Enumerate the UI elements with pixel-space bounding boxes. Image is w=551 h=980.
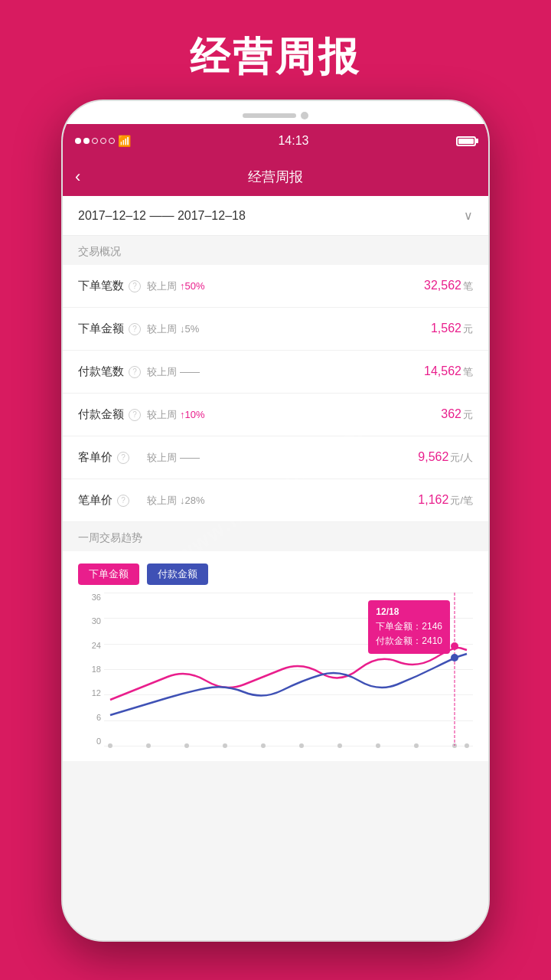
chevron-down-icon: ∨ (464, 208, 473, 223)
y-label: 30 (78, 616, 101, 626)
metrics-container: 下单笔数 ? 较上周 ↑50% 32,562笔 下单金额 ? 较上周 ↓5% 1… (63, 265, 488, 522)
phone-top (63, 101, 488, 124)
signal-dot-1 (75, 138, 81, 144)
trend-section-header: 一周交易趋势 (63, 522, 488, 551)
date-selector[interactable]: 2017–12–12 —— 2017–12–18 ∨ (63, 196, 488, 236)
info-icon-1[interactable]: ? (129, 323, 141, 335)
info-icon-3[interactable]: ? (129, 409, 141, 421)
signal-dot-4 (100, 138, 106, 144)
x-axis-dot (108, 743, 112, 748)
signal-dots (75, 138, 115, 144)
y-label: 12 (78, 688, 101, 697)
metric-label-0: 下单笔数 ? (78, 279, 147, 293)
metric-value-0: 32,562笔 (424, 279, 473, 293)
y-label: 18 (78, 665, 101, 674)
metric-value-3: 362元 (441, 407, 473, 422)
x-axis-dot (376, 743, 380, 748)
metric-compare-1: 较上周 ↓5% (147, 322, 431, 336)
phone-speaker (243, 113, 296, 118)
signal-dot-3 (92, 138, 98, 144)
x-axis-dot (414, 743, 419, 748)
metric-value-5: 1,162元/笔 (418, 493, 473, 508)
status-left: 📶 (75, 135, 131, 147)
status-bar: 📶 14:13 (63, 124, 488, 158)
metric-label-1: 下单金额 ? (78, 322, 147, 336)
metric-label-4: 客单价 ? (78, 450, 147, 465)
order-amount-line (110, 648, 467, 700)
y-label: 24 (78, 641, 101, 650)
battery-fill (458, 139, 474, 144)
metric-compare-5: 较上周 ↓28% (147, 494, 418, 508)
metric-compare-4: 较上周 —— (147, 451, 418, 465)
x-axis-dot (261, 743, 266, 748)
background-title: 经营周报 (0, 0, 551, 84)
overview-section-header: 交易概况 (63, 236, 488, 265)
nav-title: 经营周报 (248, 168, 303, 186)
phone-frame: 📶 14:13 ‹ 经营周报 2017–12–12 —— 2017–12–18 … (61, 100, 490, 942)
signal-dot-5 (109, 138, 115, 144)
chart-svg (104, 593, 473, 746)
metric-row-1: 下单金额 ? 较上周 ↓5% 1,562元 (63, 308, 488, 351)
metric-label-3: 付款金额 ? (78, 407, 147, 422)
chart-section: 下单金额 付款金额 363024181260 12/18下单金额：2146付款金… (63, 551, 488, 761)
x-axis-dot (146, 743, 151, 748)
battery-icon (456, 136, 476, 146)
payment-amount-line (110, 654, 467, 715)
status-time: 14:13 (278, 134, 308, 148)
metric-row-0: 下单笔数 ? 较上周 ↑50% 32,562笔 (63, 265, 488, 308)
metric-value-2: 14,562笔 (424, 364, 473, 379)
chart-tab-order-amount[interactable]: 下单金额 (78, 564, 139, 585)
phone-mockup: 📶 14:13 ‹ 经营周报 2017–12–12 —— 2017–12–18 … (61, 100, 490, 942)
y-label: 6 (78, 713, 101, 722)
metric-compare-2: 较上周 —— (147, 365, 424, 379)
date-range-text: 2017–12–12 —— 2017–12–18 (78, 209, 246, 223)
metric-row-3: 付款金额 ? 较上周 ↑10% 362元 (63, 394, 488, 436)
y-label: 36 (78, 593, 101, 602)
metric-value-4: 9,562元/人 (418, 450, 473, 465)
y-axis: 363024181260 (78, 593, 101, 746)
metric-compare-0: 较上周 ↑50% (147, 279, 424, 293)
blue-tooltip-dot (451, 654, 458, 662)
metric-row-2: 付款笔数 ? 较上周 —— 14,562笔 (63, 351, 488, 394)
chart-tab-payment-amount[interactable]: 付款金额 (147, 564, 208, 585)
phone-camera (301, 112, 308, 119)
info-icon-0[interactable]: ? (129, 280, 141, 292)
metric-compare-3: 较上周 ↑10% (147, 408, 441, 422)
chart-container: 363024181260 12/18下单金额：2146付款金额：2410 (63, 593, 488, 761)
metric-value-1: 1,562元 (431, 322, 473, 336)
back-button[interactable]: ‹ (75, 167, 80, 187)
x-axis-dot (465, 743, 469, 748)
nav-bar: ‹ 经营周报 (63, 158, 488, 196)
x-axis-dot (223, 743, 227, 748)
info-icon-4[interactable]: ? (117, 452, 129, 464)
metric-label-2: 付款笔数 ? (78, 364, 147, 379)
chart-tabs: 下单金额 付款金额 (63, 554, 488, 593)
info-icon-2[interactable]: ? (129, 366, 141, 378)
wifi-icon: 📶 (118, 135, 131, 147)
metric-row-5: 笔单价 ? 较上周 ↓28% 1,162元/笔 (63, 479, 488, 522)
content-area: 2017–12–12 —— 2017–12–18 ∨ 交易概况 下单笔数 ? 较… (63, 196, 488, 942)
x-axis-dot (337, 743, 342, 748)
signal-dot-2 (83, 138, 90, 144)
x-axis-dot (299, 743, 304, 748)
pink-tooltip-dot (451, 642, 458, 650)
x-axis-dot (184, 743, 189, 748)
y-label: 0 (78, 737, 101, 746)
metric-label-5: 笔单价 ? (78, 493, 147, 508)
info-icon-5[interactable]: ? (117, 495, 129, 507)
chart-area: 12/18下单金额：2146付款金额：2410 (104, 593, 473, 746)
metric-row-4: 客单价 ? 较上周 —— 9,562元/人 (63, 436, 488, 479)
